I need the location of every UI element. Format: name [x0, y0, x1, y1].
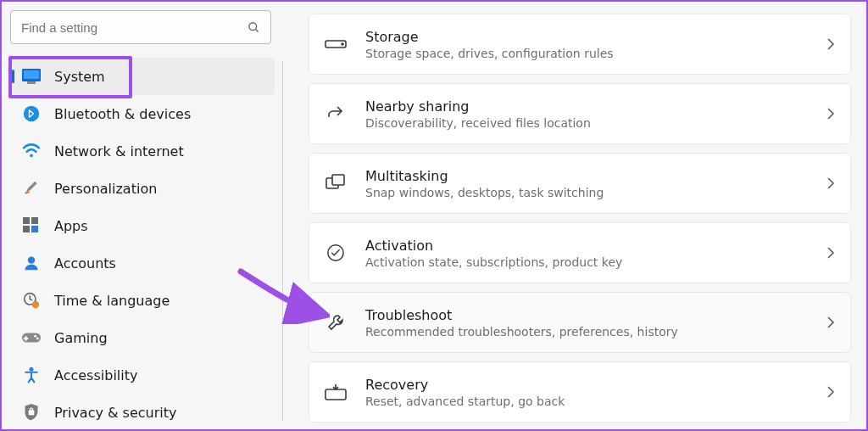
card-subtitle: Snap windows, desktops, task switching: [365, 186, 826, 199]
card-subtitle: Activation state, subscriptions, product…: [365, 255, 826, 269]
card-storage[interactable]: Storage Storage space, drives, configura…: [309, 14, 851, 75]
chevron-right-icon: [826, 385, 835, 399]
card-title: Nearby sharing: [365, 98, 826, 115]
sidebar-item-accessibility[interactable]: Accessibility: [2, 356, 283, 394]
clock-globe-icon: [22, 291, 41, 310]
wifi-icon: [22, 142, 41, 160]
svg-rect-25: [332, 175, 344, 185]
gamepad-icon: [22, 328, 41, 347]
sidebar-item-label: Gaming: [54, 330, 108, 346]
card-subtitle: Storage space, drives, configuration rul…: [365, 47, 826, 60]
sidebar-item-gaming[interactable]: Gaming: [2, 319, 283, 356]
sidebar-item-time-language[interactable]: Time & language: [2, 282, 283, 319]
svg-point-23: [342, 43, 343, 45]
svg-point-0: [249, 22, 257, 30]
sidebar-item-personalization[interactable]: Personalization: [2, 170, 283, 207]
card-title: Multitasking: [365, 168, 826, 184]
chevron-right-icon: [826, 37, 835, 51]
shield-icon: [22, 403, 41, 422]
search-icon: [248, 21, 260, 34]
card-subtitle: Reset, advanced startup, go back: [365, 395, 826, 408]
card-recovery[interactable]: Recovery Reset, advanced startup, go bac…: [309, 361, 851, 423]
chevron-right-icon: [826, 246, 835, 260]
sidebar-item-label: Time & language: [54, 293, 170, 309]
search-input-wrap[interactable]: [10, 10, 271, 44]
share-icon: [325, 103, 347, 125]
card-activation[interactable]: Activation Activation state, subscriptio…: [309, 222, 851, 283]
sidebar-item-label: Accessibility: [54, 367, 137, 383]
svg-rect-7: [23, 217, 30, 224]
svg-rect-27: [326, 389, 346, 400]
sidebar-item-bluetooth[interactable]: Bluetooth & devices: [2, 95, 283, 132]
svg-rect-18: [24, 338, 28, 339]
svg-rect-8: [31, 217, 38, 224]
sidebar-item-accounts[interactable]: Accounts: [2, 244, 283, 282]
svg-point-19: [30, 367, 34, 372]
card-subtitle: Recommended troubleshooters, preferences…: [365, 325, 826, 339]
card-multitasking[interactable]: Multitasking Snap windows, desktops, tas…: [309, 153, 851, 214]
svg-point-13: [32, 301, 39, 308]
chevron-right-icon: [826, 176, 835, 190]
multitask-icon: [325, 172, 347, 194]
card-nearby-sharing[interactable]: Nearby sharing Discoverability, received…: [309, 83, 851, 144]
sidebar-item-label: System: [54, 69, 105, 85]
sidebar-item-privacy[interactable]: Privacy & security: [2, 394, 283, 431]
person-icon: [22, 254, 41, 272]
wrench-icon: [325, 311, 347, 333]
card-title: Troubleshoot: [365, 307, 826, 323]
chevron-right-icon: [826, 316, 835, 329]
chevron-right-icon: [826, 107, 835, 120]
card-title: Activation: [365, 238, 826, 254]
card-troubleshoot[interactable]: Troubleshoot Recommended troubleshooters…: [309, 292, 851, 353]
card-subtitle: Discoverability, received files location: [365, 116, 826, 130]
sidebar-item-label: Network & internet: [54, 143, 184, 160]
svg-point-16: [36, 338, 39, 340]
sidebar-item-apps[interactable]: Apps: [2, 207, 283, 244]
svg-rect-10: [31, 226, 38, 232]
search-input[interactable]: [21, 20, 248, 35]
svg-point-15: [34, 335, 36, 338]
svg-line-1: [255, 29, 258, 31]
sidebar-item-label: Privacy & security: [54, 405, 176, 421]
svg-rect-4: [27, 81, 36, 84]
svg-rect-3: [24, 70, 39, 79]
sidebar-item-label: Bluetooth & devices: [54, 106, 191, 122]
sidebar-item-system[interactable]: System: [10, 58, 275, 95]
paintbrush-icon: [22, 179, 41, 198]
apps-icon: [22, 216, 41, 235]
bluetooth-icon: [22, 104, 41, 123]
svg-point-6: [30, 154, 33, 158]
nav-list: System Bluetooth & devices Network & int…: [2, 58, 283, 431]
settings-main: Storage Storage space, drives, configura…: [283, 2, 866, 429]
sidebar-item-label: Apps: [54, 218, 88, 234]
svg-rect-9: [23, 226, 30, 232]
card-title: Recovery: [365, 377, 826, 393]
sidebar-item-label: Personalization: [54, 181, 157, 197]
accessibility-icon: [22, 366, 41, 384]
sidebar-item-label: Accounts: [54, 255, 116, 271]
svg-point-11: [28, 257, 35, 264]
checkmark-circle-icon: [325, 242, 347, 264]
settings-sidebar: System Bluetooth & devices Network & int…: [2, 2, 283, 429]
recovery-icon: [325, 381, 347, 403]
sidebar-item-network[interactable]: Network & internet: [2, 132, 283, 170]
card-title: Storage: [365, 29, 826, 45]
system-icon: [22, 67, 41, 86]
storage-icon: [325, 33, 347, 55]
svg-point-5: [24, 106, 39, 121]
